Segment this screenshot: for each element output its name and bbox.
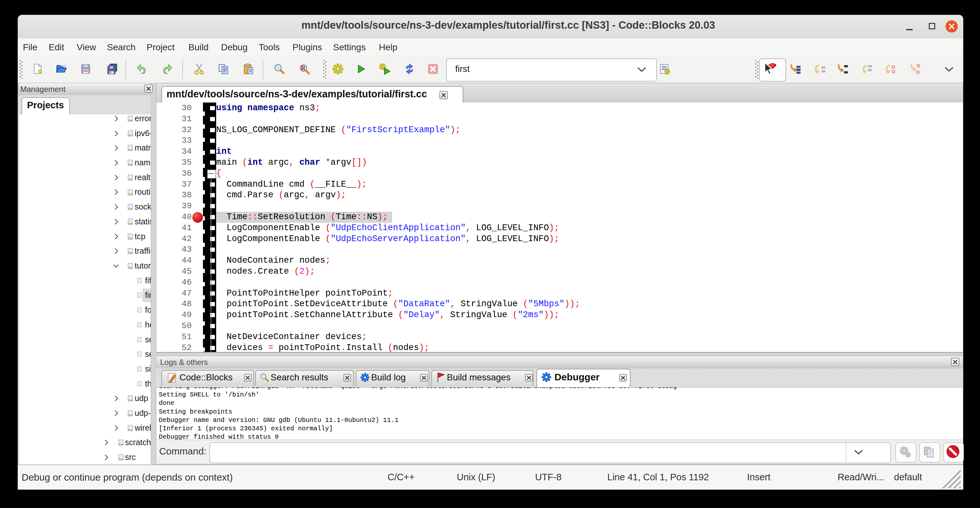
svg-text:R: R bbox=[301, 64, 306, 72]
